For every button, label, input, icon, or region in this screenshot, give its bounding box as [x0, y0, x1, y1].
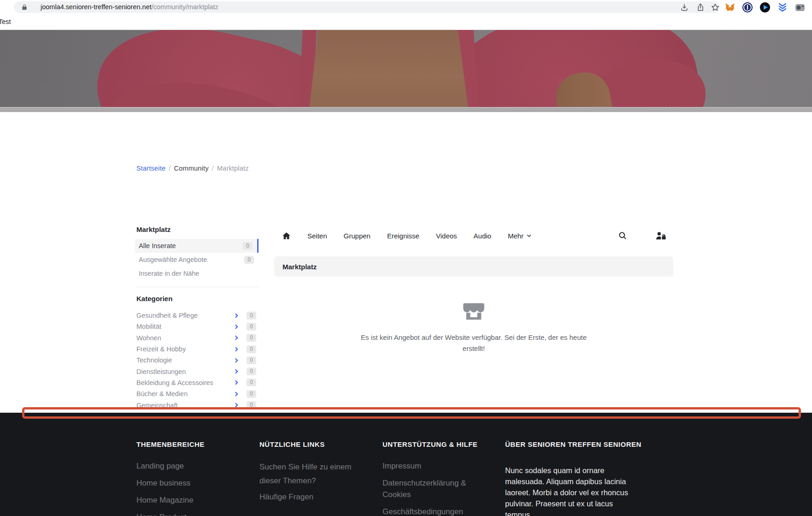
hero-image — [0, 30, 812, 112]
category-label: Wohnen — [136, 334, 234, 342]
category-mobilitaet[interactable]: Mobilität 0 — [135, 321, 259, 332]
category-label: Bücher & Medien — [136, 390, 234, 397]
nav-more-label: Mehr — [508, 232, 524, 240]
sidebar-divider — [135, 287, 259, 287]
footer-column-about: ÜBER SENIOREN TREFFEN SENIOREN Nunc soda… — [505, 440, 630, 516]
chevron-right-icon — [234, 347, 238, 351]
footer-link-geschaeftsbedingungen[interactable]: Geschäftsbedingungen — [382, 506, 483, 516]
sidebar-item-inserate-in-der-naehe[interactable]: Inserate in der Nähe — [135, 267, 259, 280]
footer-link-landing-page[interactable]: Landing page — [136, 460, 245, 472]
empty-state: Es ist kein Angebot auf der Website verf… — [274, 300, 673, 354]
footer-column-title: NÜTZLICHE LINKS — [259, 440, 362, 448]
count-badge: 0 — [247, 323, 256, 331]
home-icon[interactable] — [282, 231, 291, 240]
footer-link-impressum[interactable]: Impressum — [382, 460, 483, 472]
bookmark-star-icon[interactable] — [711, 3, 720, 12]
sidebar-item-label: Alle Inserate — [139, 239, 243, 253]
chevron-down-icon — [526, 233, 532, 238]
chevron-right-icon — [234, 380, 238, 385]
wallet-icon[interactable] — [794, 2, 806, 13]
empty-line-1: Es ist kein Angebot auf der Website verf… — [274, 332, 673, 343]
count-badge: 0 — [244, 256, 254, 264]
nav-link-ereignisse[interactable]: Ereignisse — [387, 232, 419, 240]
breadcrumb-section: Community — [174, 165, 208, 172]
empty-line-2: erstellt! — [274, 343, 673, 354]
chevron-right-icon — [234, 403, 238, 408]
footer-link-home-magazine[interactable]: Home Magazine — [136, 494, 245, 506]
padlock-icon — [21, 4, 28, 12]
nav-link-gruppen[interactable]: Gruppen — [344, 232, 371, 240]
share-icon[interactable] — [696, 3, 705, 12]
site-top-label[interactable]: Test — [0, 18, 11, 25]
url-path: /community/marktplatz — [152, 3, 218, 11]
chevron-right-icon — [234, 358, 238, 362]
category-label: Mobilität — [136, 323, 234, 330]
nav-link-audio[interactable]: Audio — [474, 232, 491, 240]
count-badge: 0 — [247, 379, 256, 386]
chevron-right-icon — [234, 391, 238, 396]
browser-window: joomla4.senioren-treffen-senioren.net/co… — [0, 0, 812, 516]
marketplace-header-bar: Marktplatz — [274, 256, 673, 277]
footer-link-haeufige-fragen[interactable]: Häufige Fragen — [259, 491, 362, 503]
category-label: Bekleidung & Accessoires — [136, 379, 234, 386]
breadcrumb-separator: / — [212, 165, 214, 172]
member-login-icon[interactable] — [655, 231, 667, 241]
metamask-icon[interactable] — [724, 2, 736, 13]
footer-column-themenbereiche: THEMENBEREICHE Landing page Home busines… — [136, 440, 245, 516]
breadcrumb-home-link[interactable]: Startseite — [136, 165, 165, 172]
page-title: Marktplatz — [282, 263, 317, 271]
category-gesundheit-pflege[interactable]: Gesundheit & Pflege 0 — [135, 310, 259, 321]
address-bar[interactable]: joomla4.senioren-treffen-senioren.net/co… — [14, 1, 720, 13]
breadcrumb-separator: / — [169, 165, 171, 172]
category-technologie[interactable]: Technologie 0 — [135, 355, 259, 366]
hero-overlay — [0, 30, 812, 112]
community-nav: Seiten Gruppen Ereignisse Videos Audio M… — [274, 225, 673, 246]
count-badge: 0 — [247, 334, 256, 342]
count-badge: 0 — [247, 345, 256, 353]
search-icon[interactable] — [618, 231, 627, 240]
footer-link-datenschutz[interactable]: Datenschutzerklärung & Cookies — [382, 477, 483, 500]
category-bekleidung-accessoires[interactable]: Bekleidung & Accessoires 0 — [135, 377, 259, 388]
sidebar-title: Marktplatz — [135, 225, 259, 233]
category-dienstleistungen[interactable]: Dienstleistungen 0 — [135, 366, 259, 377]
site-footer: THEMENBEREICHE Landing page Home busines… — [0, 413, 812, 516]
category-label: Freizeit & Hobby — [136, 345, 234, 353]
count-badge: 0 — [247, 368, 256, 375]
category-label: Dienstleistungen — [136, 368, 234, 375]
extensions-row — [724, 2, 812, 13]
download-icon[interactable] — [680, 3, 689, 12]
count-badge: 0 — [247, 356, 256, 364]
footer-column-title: UNTERSTÜTZUNG & HILFE — [382, 440, 483, 448]
storefront-icon — [462, 300, 486, 326]
count-badge: 0 — [247, 312, 256, 320]
chevron-right-icon — [234, 313, 238, 318]
footer-about-text: Nunc sodales quam id ornare malesuada. A… — [505, 465, 630, 516]
nav-link-videos[interactable]: Videos — [436, 232, 457, 240]
chevron-right-icon — [234, 324, 238, 329]
url-text[interactable]: joomla4.senioren-treffen-senioren.net/co… — [41, 1, 218, 13]
count-badge: 0 — [247, 390, 256, 398]
category-wohnen[interactable]: Wohnen 0 — [135, 332, 259, 344]
password-manager-icon[interactable] — [742, 2, 753, 13]
nav-link-mehr[interactable]: Mehr — [508, 232, 532, 240]
sidebar-item-alle-inserate[interactable]: Alle Inserate 0 — [135, 239, 259, 253]
empty-state-message: Es ist kein Angebot auf der Website verf… — [274, 332, 673, 354]
breadcrumb-current: Marktplatz — [217, 165, 249, 172]
count-badge: 0 — [243, 242, 253, 250]
sidebar-item-ausgewaehlte-angebote[interactable]: Ausgewählte Angebote 0 — [135, 253, 259, 267]
footer-column-nuetzliche-links: NÜTZLICHE LINKS Suchen Sie Hilfe zu eine… — [259, 440, 362, 508]
blue-chevrons-icon[interactable] — [777, 2, 788, 13]
footer-link-hilfe-themen[interactable]: Suchen Sie Hilfe zu einem dieser Themen? — [259, 460, 362, 488]
footer-link-home-product[interactable]: Home Product — [136, 511, 245, 516]
footer-column-unterstuetzung-hilfe: UNTERSTÜTZUNG & HILFE Impressum Datensch… — [382, 440, 483, 516]
category-freizeit-hobby[interactable]: Freizeit & Hobby 0 — [135, 344, 259, 355]
category-buecher-medien[interactable]: Bücher & Medien 0 — [135, 388, 259, 399]
media-play-icon[interactable] — [759, 2, 771, 13]
nav-link-seiten[interactable]: Seiten — [307, 232, 327, 240]
sidebar-item-label: Inserate in der Nähe — [139, 267, 254, 280]
annotation-highlight-rectangle — [22, 407, 801, 419]
sidebar-item-label: Ausgewählte Angebote — [139, 253, 244, 267]
categories-title: Kategorien — [135, 295, 259, 302]
footer-link-home-business[interactable]: Home business — [136, 477, 245, 489]
url-domain: joomla4.senioren-treffen-senioren.net — [41, 3, 152, 11]
